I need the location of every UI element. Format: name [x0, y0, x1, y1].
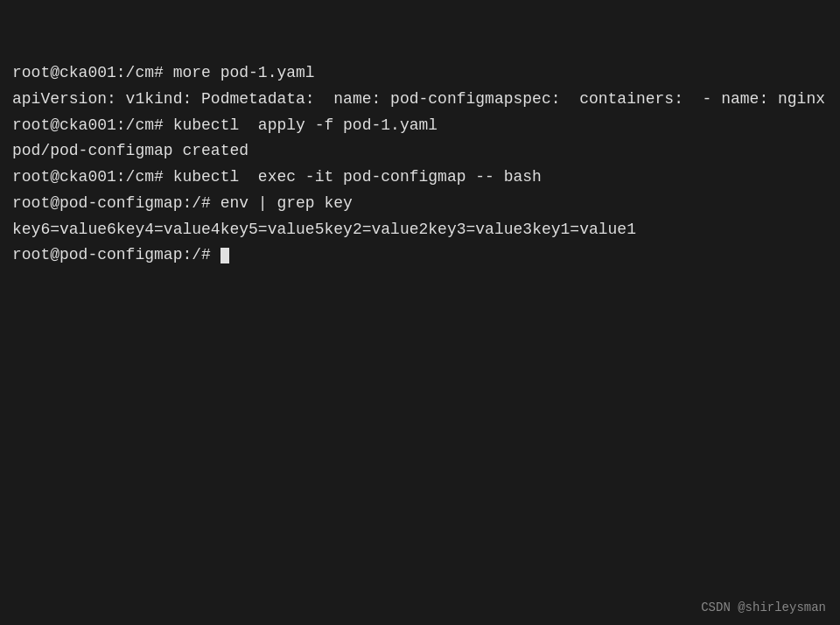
terminal-content: root@cka001:/cm# more pod-1.yamlapiVersi… — [12, 9, 828, 269]
command-text: kubectl apply -f pod-1.yaml — [173, 116, 438, 134]
terminal-line: name: pod-configmap — [315, 90, 514, 108]
command-text: kubectl exec -it pod-configmap -- bash — [173, 168, 542, 186]
terminal-line: image: nginx — [825, 90, 840, 108]
prompt: root@cka001:/cm# — [12, 116, 173, 134]
terminal-window: root@cka001:/cm# more pod-1.yamlapiVersi… — [0, 0, 840, 625]
terminal-line: metadata: — [229, 90, 314, 108]
prompt: root@cka001:/cm# — [12, 64, 173, 81]
terminal-line: pod/pod-configmap created — [12, 142, 248, 159]
terminal-line: containers: — [561, 90, 683, 108]
terminal-line: spec: — [514, 90, 561, 108]
terminal-line: key2=value2 — [324, 221, 428, 238]
terminal-line: root@cka001:/cm# kubectl exec -it pod-co… — [12, 165, 828, 191]
terminal-line: kind: Pod — [144, 90, 229, 108]
cursor — [220, 248, 229, 263]
terminal-line: key5=value5 — [220, 221, 325, 238]
terminal-line: key4=value4 — [116, 221, 220, 238]
terminal-line: - name: nginx — [683, 90, 825, 108]
terminal-line: apiVersion: v1 — [12, 90, 144, 108]
terminal-line: root@cka001:/cm# more pod-1.yaml — [12, 60, 828, 87]
terminal-line: key6=value6 — [12, 221, 116, 238]
prompt: root@cka001:/cm# — [12, 168, 173, 186]
command-text: env | grep key — [220, 194, 353, 212]
command-text: more pod-1.yaml — [173, 64, 315, 81]
watermark: CSDN @shirleysman — [701, 600, 826, 614]
terminal-line: root@cka001:/cm# kubectl apply -f pod-1.… — [12, 113, 828, 139]
terminal-line: key1=value1 — [532, 221, 636, 238]
prompt: root@pod-configmap:/# — [12, 194, 220, 212]
prompt: root@pod-configmap:/# — [12, 246, 220, 263]
terminal-line: root@pod-configmap:/# — [12, 242, 828, 269]
terminal-line: root@pod-configmap:/# env | grep key — [12, 191, 828, 217]
terminal-line: key3=value3 — [428, 221, 532, 238]
